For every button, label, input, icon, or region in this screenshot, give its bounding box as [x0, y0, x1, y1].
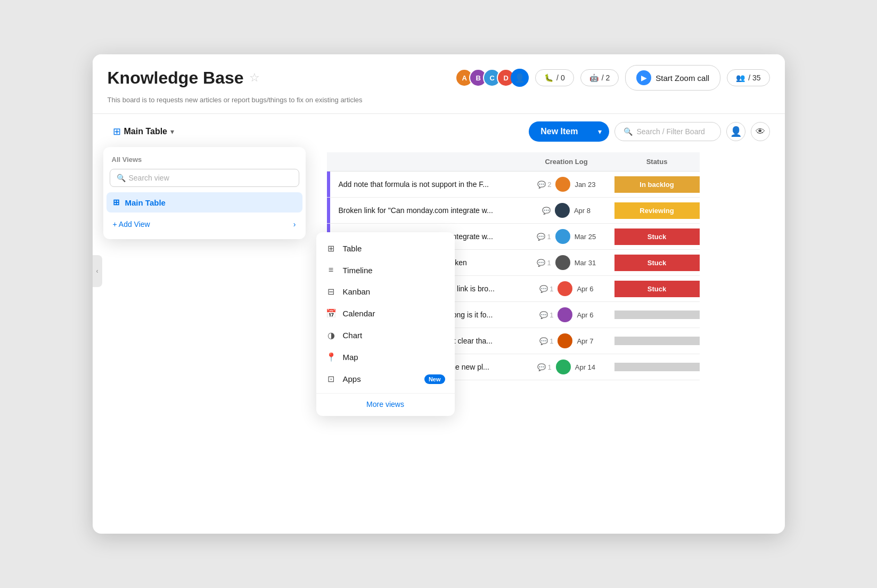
status-badge: Stuck — [614, 281, 700, 297]
zoom-label: Start Zoom call — [655, 74, 709, 83]
zoom-button[interactable]: ▶ Start Zoom call — [625, 65, 720, 91]
view-type-left: ⊞ Table — [326, 243, 362, 254]
search-view-icon: 🔍 — [117, 174, 126, 182]
search-view-input[interactable]: 🔍 Search view — [110, 169, 299, 187]
row-date: Apr 6 — [577, 285, 593, 293]
table-header-row: Creation Log Status — [327, 152, 700, 172]
status-badge: Stuck — [614, 228, 700, 245]
view-type-left: ⊡ Apps — [326, 374, 361, 384]
row-avatar — [555, 255, 570, 270]
main-table-icon: ⊞ — [113, 198, 120, 207]
view-type-table[interactable]: ⊞ Table — [316, 238, 455, 259]
view-type-map[interactable]: 📍 Map — [316, 346, 455, 368]
row-date: Apr 7 — [577, 337, 593, 345]
views-list: ⊞ Main Table — [103, 192, 306, 213]
timeline-label: Timeline — [343, 266, 373, 275]
row-status: Stuck — [614, 255, 700, 271]
row-date: Mar 31 — [575, 259, 596, 267]
row-date: Apr 8 — [574, 207, 591, 215]
row-creation: 💬 1 Apr 6 — [519, 281, 614, 296]
new-badge: New — [424, 374, 445, 384]
view-table-icon: ⊞ — [113, 126, 121, 137]
apps-label: Apps — [343, 374, 361, 383]
toolbar: ⊞ Main Table ▾ New Item ▾ 🔍 Search / Fil… — [93, 114, 785, 142]
view-type-left: ◑ Chart — [326, 330, 363, 340]
title-area: Knowledge Base ☆ — [108, 68, 260, 88]
view-item-main-table[interactable]: ⊞ Main Table — [106, 192, 302, 213]
row-creation: 💬 1 Apr 7 — [519, 333, 614, 348]
view-type-kanban[interactable]: ⊟ Kanban — [316, 281, 455, 303]
comment-icon: 💬 1 — [537, 363, 552, 371]
header-top: Knowledge Base ☆ A B C D 👤 🐛 / 0 🤖 / 2 — [108, 65, 770, 91]
search-icon: 🔍 — [624, 127, 633, 136]
row-avatar — [558, 307, 572, 322]
table-label: Table — [343, 244, 362, 253]
people-button[interactable]: 👥 / 35 — [727, 69, 769, 86]
view-type-left: 📅 Calendar — [326, 308, 375, 318]
status-badge — [614, 311, 700, 319]
map-label: Map — [343, 353, 358, 362]
avatar-me[interactable]: 👤 — [511, 69, 529, 87]
row-creation: 💬 2 Jan 23 — [519, 177, 614, 192]
kanban-icon: ⊟ — [326, 287, 337, 297]
status-badge: Stuck — [614, 255, 700, 271]
kanban-label: Kanban — [343, 287, 371, 296]
view-selector[interactable]: ⊞ Main Table ▾ — [108, 123, 180, 141]
view-type-apps[interactable]: ⊡ Apps New — [316, 368, 455, 390]
row-status: Reviewing — [614, 202, 700, 219]
row-status: Stuck — [614, 281, 700, 297]
table-row: Add note that formula is not support in … — [327, 172, 700, 198]
star-icon[interactable]: ☆ — [249, 71, 260, 85]
avatars-group: A B C D 👤 — [455, 69, 529, 87]
bug-button[interactable]: 🐛 / 0 — [535, 69, 574, 86]
comment-icon: 💬 1 — [539, 311, 554, 319]
people-icon: 👥 — [736, 74, 745, 82]
view-type-calendar[interactable]: 📅 Calendar — [316, 303, 455, 324]
board-description: This board is to requests new articles o… — [108, 94, 770, 108]
hide-button[interactable]: 👁 — [751, 122, 770, 141]
app-container: Knowledge Base ☆ A B C D 👤 🐛 / 0 🤖 / 2 — [93, 54, 785, 534]
comment-icon: 💬 — [542, 207, 551, 215]
comment-icon: 💬 1 — [537, 233, 551, 241]
view-type-left: ≡ Timeline — [326, 265, 373, 275]
search-filter-box[interactable]: 🔍 Search / Filter Board — [614, 122, 721, 141]
view-type-timeline[interactable]: ≡ Timeline — [316, 259, 455, 281]
views-header: All Views — [103, 156, 306, 169]
status-badge: Reviewing — [614, 202, 700, 219]
add-view-arrow: › — [293, 220, 296, 228]
status-badge: In backlog — [614, 176, 700, 193]
row-item-text: Broken link for "Can monday.com integrat… — [330, 206, 519, 215]
view-name-label: Main Table — [124, 127, 168, 136]
robot-button[interactable]: 🤖 / 2 — [580, 69, 619, 86]
robot-icon: 🤖 — [589, 74, 599, 82]
row-date: Apr 14 — [575, 363, 595, 371]
table-icon: ⊞ — [326, 243, 337, 254]
row-creation: 💬 1 Mar 31 — [519, 255, 614, 270]
map-icon: 📍 — [326, 352, 337, 362]
chart-label: Chart — [343, 331, 363, 340]
toolbar-right: New Item ▾ 🔍 Search / Filter Board 👤 👁 — [529, 121, 769, 142]
row-date: Apr 6 — [577, 311, 593, 319]
add-view-button[interactable]: + Add View › — [106, 215, 302, 234]
search-view-placeholder: Search view — [129, 174, 169, 182]
more-views-link[interactable]: More views — [316, 393, 455, 411]
view-type-chart[interactable]: ◑ Chart — [316, 324, 455, 346]
view-type-left: ⊟ Kanban — [326, 287, 371, 297]
header: Knowledge Base ☆ A B C D 👤 🐛 / 0 🤖 / 2 — [93, 54, 785, 114]
row-date: Jan 23 — [575, 181, 595, 189]
chart-icon: ◑ — [326, 330, 337, 340]
main-table-label: Main Table — [125, 198, 166, 207]
timeline-icon: ≡ — [326, 265, 337, 275]
main-content: ‹ All Views 🔍 Search view ⊞ Main Table +… — [93, 142, 785, 401]
new-item-button[interactable]: New Item ▾ — [529, 121, 609, 142]
new-item-dropdown-arrow[interactable]: ▾ — [591, 122, 609, 141]
row-avatar — [556, 360, 571, 374]
header-actions: A B C D 👤 🐛 / 0 🤖 / 2 ▶ Start Zoom call — [455, 65, 769, 91]
row-avatar — [555, 203, 570, 218]
collapse-tab[interactable]: ‹ — [93, 255, 102, 287]
views-dropdown: All Views 🔍 Search view ⊞ Main Table + A… — [103, 147, 306, 239]
row-status: In backlog — [614, 176, 700, 193]
chevron-down-icon: ▾ — [170, 127, 174, 136]
person-filter-button[interactable]: 👤 — [726, 122, 745, 141]
row-creation: 💬 Apr 8 — [519, 203, 614, 218]
